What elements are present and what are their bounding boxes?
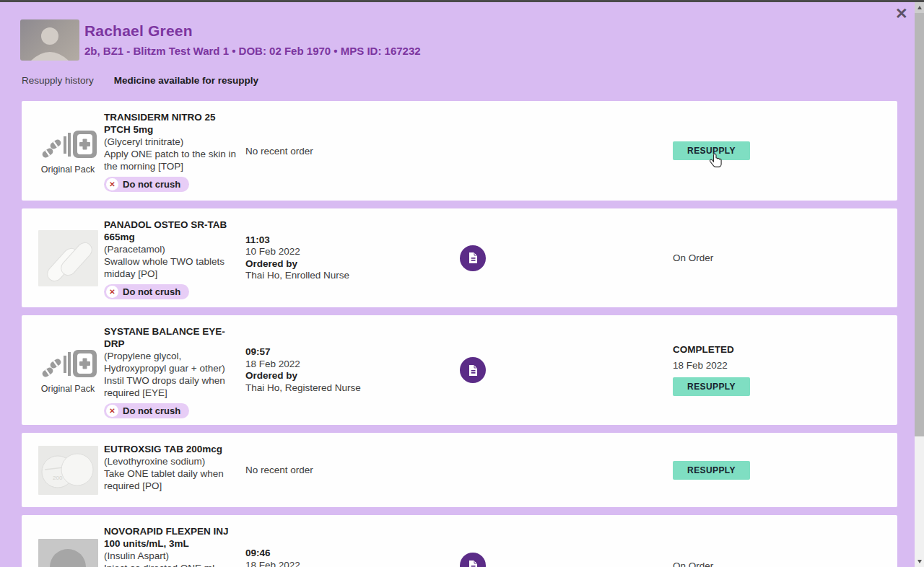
ordered-by-name: Thai Ho, Enrolled Nurse	[245, 270, 448, 282]
do-not-crush-badge: ✕ Do not crush	[104, 403, 189, 418]
medicine-card: Original Pack SYSTANE BALANCE EYE-DRP (P…	[22, 315, 897, 425]
tab-medicine-available[interactable]: Medicine available for resupply	[114, 75, 258, 86]
original-pack-icon	[39, 127, 97, 162]
document-glyph	[468, 560, 479, 567]
order-document-icon[interactable]	[460, 553, 486, 567]
medicine-photo-tablets: 200	[38, 446, 98, 495]
tab-bar: Resupply history Medicine available for …	[22, 75, 258, 86]
red-x-icon: ✕	[106, 178, 118, 190]
resupply-button[interactable]: RESUPPLY	[673, 377, 750, 396]
red-x-icon: ✕	[106, 286, 118, 298]
status-on-order: On Order	[673, 252, 713, 263]
order-date: 10 Feb 2022	[245, 246, 448, 258]
no-recent-order-text: No recent order	[245, 465, 448, 475]
medicine-name: NOVORAPID FLEXPEN INJ 100 units/mL, 3mL	[104, 525, 238, 550]
status-date: 18 Feb 2022	[673, 360, 728, 371]
window-top-edge	[0, 0, 924, 2]
original-pack-icon	[39, 346, 97, 381]
medicine-card: PANADOL OSTEO SR-TAB 665mg (Paracetamol)…	[22, 208, 897, 307]
do-not-crush-badge: ✕ Do not crush	[104, 284, 189, 299]
medicine-photo-pen	[38, 539, 98, 567]
ordered-by-label: Ordered by	[245, 370, 448, 382]
media-label: Original Pack	[41, 384, 95, 394]
resupply-button[interactable]: RESUPPLY	[673, 141, 750, 160]
medicine-generic: (Paracetamol)	[104, 243, 238, 255]
resupply-button[interactable]: RESUPPLY	[673, 461, 750, 480]
badge-label: Do not crush	[123, 179, 180, 190]
order-time: 09:57	[245, 346, 448, 359]
patient-details: 2b, BZ1 - Blitzm Test Ward 1 • DOB: 02 F…	[84, 45, 421, 57]
badge-label: Do not crush	[123, 405, 180, 416]
person-silhouette-icon	[20, 19, 79, 61]
medicine-name: PANADOL OSTEO SR-TAB 665mg	[104, 219, 238, 243]
down-arrow-icon	[918, 560, 922, 563]
medicine-name: TRANSIDERM NITRO 25 PTCH 5mg	[104, 111, 238, 136]
medicine-directions: Apply ONE patch to the skin in the morni…	[104, 148, 238, 172]
scrollbar-thumb[interactable]	[915, 13, 924, 436]
ordered-by-label: Ordered by	[245, 258, 448, 271]
medicine-generic: (Insulin Aspart)	[104, 550, 238, 562]
document-glyph	[468, 364, 479, 377]
status-on-order: On Order	[673, 561, 713, 567]
do-not-crush-badge: ✕ Do not crush	[104, 177, 189, 192]
medicine-card: 200 EUTROXSIG TAB 200mcg (Levothyroxine …	[22, 433, 897, 507]
medicine-name: EUTROXSIG TAB 200mcg	[104, 443, 238, 455]
ordered-by-name: Thai Ho, Registered Nurse	[245, 382, 448, 395]
order-date: 18 Feb 2022	[245, 560, 448, 567]
medicine-generic: (Glyceryl trinitrate)	[104, 136, 238, 148]
status-completed: COMPLETED	[673, 344, 734, 355]
svg-text:200: 200	[53, 475, 63, 481]
medicine-card: NOVORAPID FLEXPEN INJ 100 units/mL, 3mL …	[22, 515, 897, 567]
up-arrow-icon	[918, 6, 922, 9]
medicine-generic: (Levothyroxine sodium)	[104, 455, 238, 467]
medicine-directions: Swallow whole TWO tablets midday [PO]	[104, 255, 238, 280]
scrollbar-down-button[interactable]	[915, 556, 924, 567]
tab-resupply-history[interactable]: Resupply history	[22, 75, 94, 86]
patient-name: Rachael Green	[84, 22, 421, 40]
medicine-list: Original Pack TRANSIDERM NITRO 25 PTCH 5…	[22, 101, 897, 567]
medicine-photo-capsules	[38, 230, 98, 286]
scrollbar[interactable]	[915, 2, 924, 567]
document-glyph	[468, 252, 479, 264]
order-date: 18 Feb 2022	[245, 359, 448, 371]
order-time: 11:03	[245, 234, 448, 247]
medicine-name: SYSTANE BALANCE EYE-DRP	[104, 325, 238, 350]
medicine-directions: Inject as directed ONE mL	[104, 562, 238, 567]
medicine-directions: Instil TWO drops daily when required [EY…	[104, 374, 238, 399]
order-document-icon[interactable]	[460, 245, 486, 271]
medicine-card: Original Pack TRANSIDERM NITRO 25 PTCH 5…	[22, 101, 897, 201]
medicine-generic: (Propylene glycol, Hydroxypropyl guar + …	[104, 350, 238, 374]
badge-label: Do not crush	[123, 286, 180, 297]
no-recent-order-text: No recent order	[245, 146, 448, 157]
media-label: Original Pack	[41, 164, 95, 175]
order-time: 09:46	[245, 548, 448, 560]
order-document-icon[interactable]	[460, 357, 486, 383]
scrollbar-up-button[interactable]	[915, 2, 924, 13]
patient-avatar	[20, 19, 79, 61]
close-icon[interactable]: ✕	[895, 6, 908, 21]
red-x-icon: ✕	[106, 405, 118, 417]
medicine-directions: Take ONE tablet daily when required [PO]	[104, 467, 238, 492]
